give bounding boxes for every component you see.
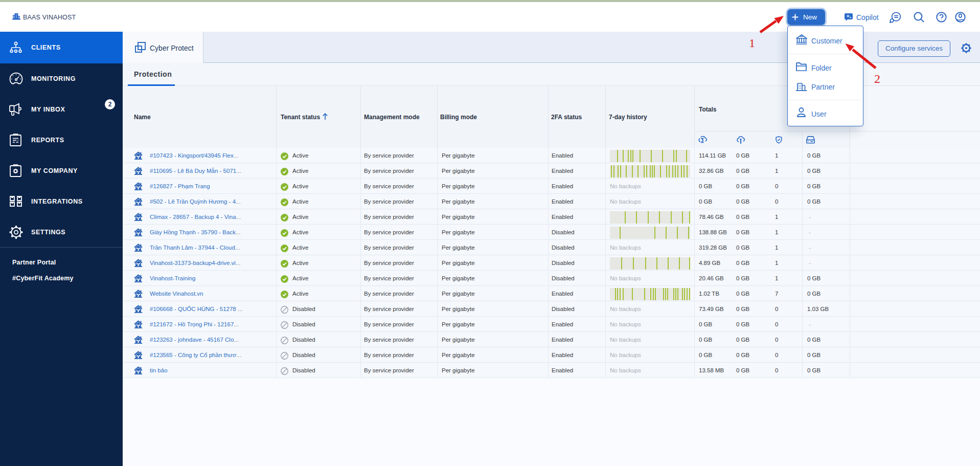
svg-text:2: 2: [874, 72, 880, 85]
svg-text:1: 1: [749, 36, 755, 50]
